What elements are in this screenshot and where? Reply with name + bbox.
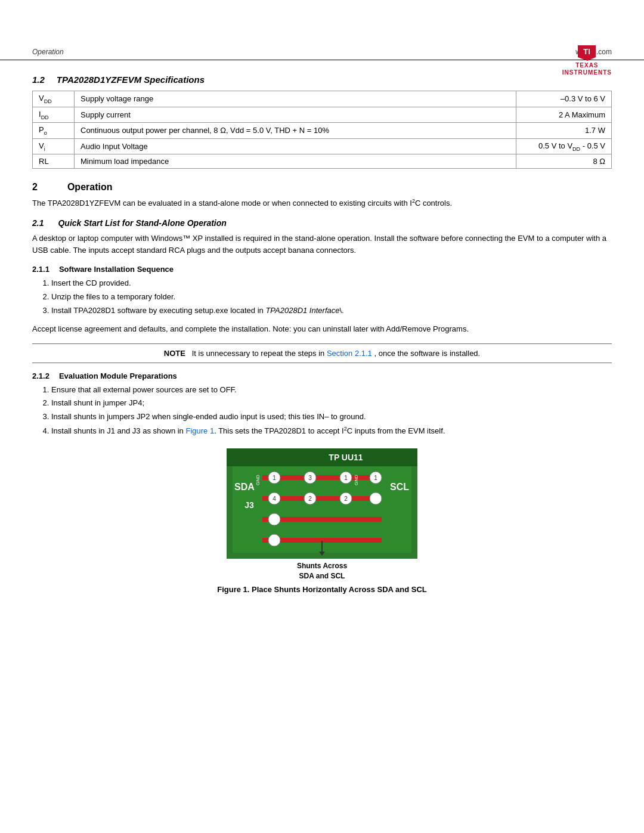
section-link[interactable]: Section 2.1.1 — [327, 349, 372, 358]
section-1-2: 1.2 TPA2028D1YZFEVM Specifications VDD S… — [32, 75, 612, 169]
figure-link[interactable]: Figure 1 — [185, 426, 214, 435]
section-2-1-1-num: 2.1.1 — [32, 265, 49, 274]
table-cell-symbol: IDD — [33, 107, 75, 123]
table-cell-value: 8 Ω — [516, 154, 612, 169]
svg-text:2: 2 — [308, 496, 312, 502]
page-header: Operation www.ti.com — [0, 36, 644, 60]
section-2-1-2-title: Evaluation Module Preparations — [59, 371, 177, 380]
svg-text:3: 3 — [308, 475, 312, 481]
install-list: Insert the CD provided. Unzip the files … — [51, 277, 612, 317]
svg-point-10 — [268, 534, 280, 546]
list-item: Install shunts in jumpers JP2 when singl… — [51, 411, 612, 423]
section-2-1-num: 2.1 — [32, 218, 44, 228]
svg-text:4: 4 — [273, 496, 276, 502]
table-row: VDD Supply voltage range –0.3 V to 6 V — [33, 91, 612, 107]
svg-text:SDA: SDA — [234, 482, 255, 492]
section-1-2-title: TPA2028D1YZFEVM Specifications — [57, 75, 205, 85]
section-2-1-2-num: 2.1.2 — [32, 371, 49, 380]
table-cell-desc: Minimum load impedance — [75, 154, 516, 169]
note-box: NOTE It is unnecessary to repeat the ste… — [32, 343, 612, 363]
section-2-1: 2.1 Quick Start List for Stand-Alone Ope… — [32, 218, 612, 438]
table-cell-symbol: RL — [33, 154, 75, 169]
list-item: Ensure that all external power sources a… — [51, 384, 612, 397]
eval-list: Ensure that all external power sources a… — [51, 384, 612, 438]
list-item: Insert the CD provided. — [51, 277, 612, 290]
section-2-1-2: 2.1.2 Evaluation Module Preparations Ens… — [32, 371, 612, 438]
main-content: 1.2 TPA2028D1YZFEVM Specifications VDD S… — [0, 60, 644, 638]
list-item: Install shunt in jumper JP4; — [51, 397, 612, 410]
spec-table: VDD Supply voltage range –0.3 V to 6 V I… — [32, 91, 612, 169]
section-2: 2 Operation The TPA2028D1YZFEVM can be e… — [32, 182, 612, 438]
table-cell-symbol: Vi — [33, 138, 75, 154]
figure-1-container: 1 4 3 2 1 1 2 SDA SCL J3 GND GND TP UU11 — [32, 448, 612, 594]
svg-point-16 — [370, 493, 382, 504]
table-cell-value: 2 A Maximum — [516, 107, 612, 123]
table-row: RL Minimum load impedance 8 Ω — [33, 154, 612, 169]
note-text: It is unnecessary to repeat the steps in — [188, 349, 327, 358]
section-1-2-num: 1.2 — [32, 75, 45, 85]
page: TI TEXAS INSTRUMENTS Operation www.ti.co… — [0, 36, 644, 833]
svg-text:1: 1 — [344, 475, 348, 481]
table-cell-desc: Supply current — [75, 107, 516, 123]
table-cell-value: 1.7 W — [516, 123, 612, 139]
ti-logo: TI TEXAS INSTRUMENTS — [562, 44, 612, 76]
svg-rect-29 — [227, 448, 417, 466]
table-cell-desc: Audio Input Voltage — [75, 138, 516, 154]
note-text-end: , once the software is installed. — [374, 349, 480, 358]
svg-point-9 — [268, 513, 280, 525]
table-cell-desc: Supply voltage range — [75, 91, 516, 107]
logo-text-line1: TEXAS INSTRUMENTS — [562, 62, 612, 76]
table-cell-desc: Continuous output power per channel, 8 Ω… — [75, 123, 516, 139]
section-2-1-1-title: Software Installation Sequence — [59, 265, 174, 274]
figure-caption-main: Figure 1. Place Shunts Horizontally Acro… — [217, 585, 427, 594]
list-item: Install TPA2028D1 software by executing … — [51, 305, 612, 317]
svg-text:1: 1 — [273, 475, 276, 481]
svg-text:GND: GND — [255, 475, 261, 485]
svg-text:SCL: SCL — [390, 482, 409, 492]
pcb-image: 1 4 3 2 1 1 2 SDA SCL J3 GND GND TP UU11 — [227, 448, 417, 559]
section-2-num: 2 — [32, 182, 38, 193]
svg-text:TP UU11: TP UU11 — [329, 453, 363, 462]
section-2-title: Operation — [67, 182, 113, 193]
svg-text:J3: J3 — [244, 500, 254, 510]
section-2-1-title: Quick Start List for Stand-Alone Operati… — [58, 218, 226, 228]
table-cell-value: –0.3 V to 6 V — [516, 91, 612, 107]
list-item: Install shunts in J1 and J3 as shown in … — [51, 425, 612, 438]
ti-logo-icon: TI — [575, 44, 598, 62]
svg-text:GND: GND — [354, 475, 359, 485]
after-list-text: Accept license agreement and defaults, a… — [32, 323, 612, 335]
svg-text:TI: TI — [584, 47, 591, 56]
section-2-1-1: 2.1.1 Software Installation Sequence Ins… — [32, 265, 612, 363]
table-cell-symbol: Po — [33, 123, 75, 139]
table-row: IDD Supply current 2 A Maximum — [33, 107, 612, 123]
header-operation: Operation — [32, 48, 64, 56]
note-label: NOTE — [164, 349, 185, 358]
table-row: Vi Audio Input Voltage 0.5 V to VDD - 0.… — [33, 138, 612, 154]
table-cell-value: 0.5 V to VDD - 0.5 V — [516, 138, 612, 154]
svg-text:1: 1 — [374, 475, 377, 481]
figure-caption-small: Shunts AcrossSDA and SCL — [297, 561, 347, 581]
section-2-1-body: A desktop or laptop computer with Window… — [32, 233, 612, 256]
list-item: Unzip the files to a temporary folder. — [51, 291, 612, 304]
table-cell-symbol: VDD — [33, 91, 75, 107]
section-2-body: The TPA2028D1YZFEVM can be evaluated in … — [32, 197, 612, 209]
svg-text:2: 2 — [344, 496, 348, 502]
table-row: Po Continuous output power per channel, … — [33, 123, 612, 139]
